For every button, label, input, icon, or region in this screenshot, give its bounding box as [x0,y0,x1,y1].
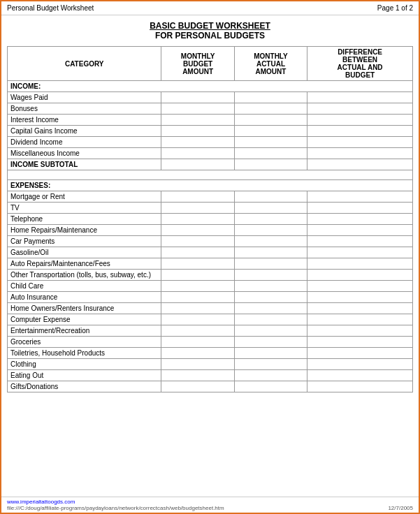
category-cell: Other Transportation (tolls, bus, subway… [8,270,161,281]
value-cell [234,281,307,292]
value-cell [161,126,234,137]
value-cell [307,103,413,115]
value-cell [234,258,307,270]
value-cell [307,236,413,247]
table-row: Car Payments [8,236,413,247]
page-number: Page 1 of 2 [377,4,413,12]
category-cell: Bonuses [8,103,161,115]
category-cell: Groceries [8,337,161,348]
category-cell: Home Repairs/Maintenance [8,225,161,236]
category-cell: Auto Repairs/Maintenance/Fees [8,258,161,270]
value-cell [307,258,413,270]
budget-table: CATEGORY MONTHLYBUDGETAMOUNT MONTHLYACTU… [7,46,413,392]
table-row: Entertainment/Recreation [8,325,413,337]
value-cell [234,303,307,314]
table-row: Home Owners/Renters Insurance [8,303,413,314]
table-row: Clothing [8,359,413,370]
section-header-row: INCOME: [8,81,413,92]
footer-website: www.imperialtattoogds.com [7,499,413,505]
category-cell: Home Owners/Renters Insurance [8,303,161,314]
value-cell [234,214,307,225]
category-cell: Computer Expense [8,314,161,325]
footer-bottom: file:///C:/doug/affiliate-programs/payda… [7,505,413,511]
value-cell [307,225,413,236]
page-footer: www.imperialtattoogds.com file:///C:/dou… [1,497,419,513]
table-row: Wages Paid [8,92,413,103]
value-cell [161,191,234,203]
footer-path: file:///C:/doug/affiliate-programs/payda… [7,505,224,511]
footer-date: 12/7/2005 [388,505,413,511]
value-cell [234,325,307,337]
value-cell [234,337,307,348]
value-cell [161,292,234,303]
category-cell: Gifts/Donations [8,381,161,392]
table-row: Home Repairs/Maintenance [8,225,413,236]
value-cell [307,370,413,381]
value-cell [307,314,413,325]
section-header-row: EXPENSES: [8,180,413,191]
value-cell [161,337,234,348]
value-cell [161,103,234,115]
table-row: Auto Insurance [8,292,413,303]
value-cell [307,325,413,337]
value-cell [307,126,413,137]
table-row: Mortgage or Rent [8,191,413,203]
table-row: Telephone [8,214,413,225]
value-cell [307,148,413,159]
col-header-monthly-budget: MONTHLYBUDGETAMOUNT [161,47,234,81]
table-row: TV [8,203,413,214]
value-cell [234,191,307,203]
subtotal-value-cell [234,159,307,170]
value-cell [161,281,234,292]
value-cell [307,191,413,203]
category-cell: Mortgage or Rent [8,191,161,203]
subtotal-row: INCOME SUBTOTAL [8,159,413,170]
value-cell [161,359,234,370]
value-cell [161,258,234,270]
subtotal-value-cell [161,159,234,170]
value-cell [161,148,234,159]
table-row: Auto Repairs/Maintenance/Fees [8,258,413,270]
value-cell [234,203,307,214]
category-cell: Toiletries, Household Products [8,348,161,359]
value-cell [161,92,234,103]
value-cell [161,370,234,381]
subtotal-label: INCOME SUBTOTAL [8,159,161,170]
separator-row [8,170,413,180]
value-cell [307,214,413,225]
table-row: Groceries [8,337,413,348]
category-cell: Entertainment/Recreation [8,325,161,337]
table-row: Eating Out [8,370,413,381]
value-cell [161,247,234,258]
category-cell: Auto Insurance [8,292,161,303]
table-row: Gasoline/Oil [8,247,413,258]
category-cell: Gasoline/Oil [8,247,161,258]
doc-title: Personal Budget Worksheet [7,4,94,12]
col-header-monthly-actual: MONTHLYACTUALAMOUNT [234,47,307,81]
page-header: Personal Budget Worksheet Page 1 of 2 [1,1,419,15]
category-cell: Telephone [8,214,161,225]
value-cell [161,303,234,314]
category-cell: Eating Out [8,370,161,381]
table-row: Gifts/Donations [8,381,413,392]
category-cell: Capital Gains Income [8,126,161,137]
value-cell [161,270,234,281]
table-row: Capital Gains Income [8,126,413,137]
value-cell [307,381,413,392]
value-cell [161,115,234,126]
table-row: Miscellaneous Income [8,148,413,159]
value-cell [234,314,307,325]
value-cell [234,359,307,370]
value-cell [234,292,307,303]
value-cell [234,370,307,381]
value-cell [307,247,413,258]
value-cell [234,126,307,137]
value-cell [307,292,413,303]
table-row: Toiletries, Household Products [8,348,413,359]
table-row: Bonuses [8,103,413,115]
value-cell [307,115,413,126]
value-cell [234,381,307,392]
value-cell [234,225,307,236]
category-cell: Interest Income [8,115,161,126]
title-area: BASIC BUDGET WORKSHEET FOR PERSONAL BUDG… [1,15,419,43]
